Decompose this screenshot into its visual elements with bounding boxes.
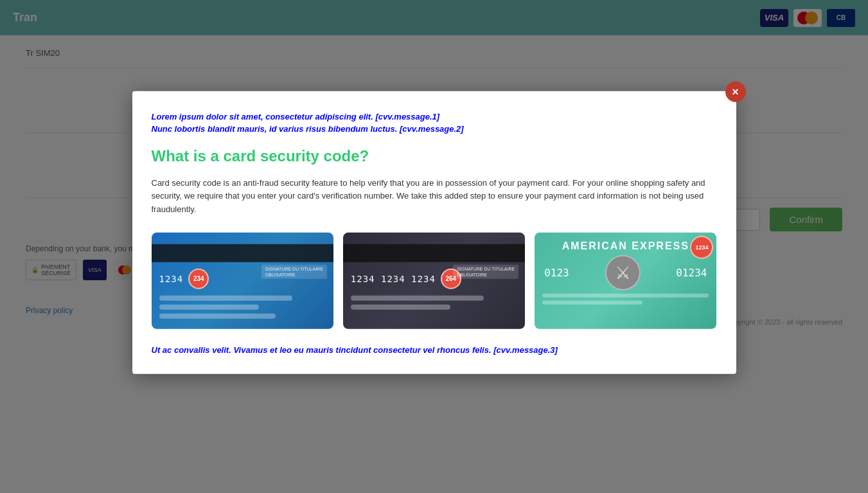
card-number-area-blue: 1234 234 SIGNATURE DU TITULAIREOBLIGATOI… [152, 262, 333, 289]
amex-number-left: 0123 [544, 267, 569, 279]
amex-brand-title: AMERICAN EXPRESS [535, 233, 716, 252]
card-illustration-blue: 1234 234 SIGNATURE DU TITULAIREOBLIGATOI… [152, 233, 333, 329]
signature-text-dark: SIGNATURE DU TITULAIREOBLIGATOIRE [457, 266, 515, 278]
card-number-blue: 1234 [159, 274, 184, 284]
amex-number-right: 01234 [676, 267, 707, 279]
cvv-info-modal: × Lorem ipsum dolor sit amet, consectetu… [132, 91, 736, 373]
amex-line-2 [542, 301, 642, 305]
amex-line-1 [542, 294, 709, 298]
card-illustration-amex: AMERICAN EXPRESS 0123 ⚔ 01234 1234 [535, 233, 716, 329]
alert-line-2: Nunc lobortis blandit mauris, id varius … [152, 123, 717, 136]
card-number-area-dark: 1234 1234 1234 264 SIGNATURE DU TITULAIR… [343, 262, 525, 289]
modal-bottom-note: Ut ac convallis velit. Vivamus et leo eu… [152, 345, 717, 355]
modal-alert-text: Lorem ipsum dolor sit amet, consectetur … [152, 110, 717, 135]
card-illustrations-row: 1234 234 SIGNATURE DU TITULAIREOBLIGATOI… [152, 233, 717, 329]
modal-title: What is a card security code? [152, 147, 717, 165]
card-magnetic-strip [152, 244, 333, 262]
modal-body-text: Card security code is an anti-fraud secu… [152, 176, 717, 216]
card-line-dark-2 [351, 305, 451, 310]
card-line-2 [159, 305, 260, 310]
signature-text-blue: SIGNATURE DU TITULAIREOBLIGATOIRE [265, 266, 323, 278]
card-number-dark: 1234 1234 1234 [351, 274, 436, 284]
card-lines-dark [343, 289, 525, 310]
card-line-dark-1 [351, 296, 484, 301]
modal-close-button[interactable]: × [725, 81, 746, 102]
card-line-3 [159, 314, 276, 319]
card-lines-blue [152, 289, 333, 319]
card-illustration-dark: 1234 1234 1234 264 SIGNATURE DU TITULAIR… [343, 233, 525, 329]
cvv-bubble-blue: 234 [188, 269, 209, 289]
signature-area-dark: SIGNATURE DU TITULAIREOBLIGATOIRE [453, 265, 518, 279]
card-magnetic-strip-dark [343, 244, 525, 262]
amex-logo-circle: ⚔ [605, 255, 641, 291]
amex-warrior-icon: ⚔ [615, 262, 631, 283]
amex-bottom-lines [535, 294, 716, 305]
signature-area-blue: SIGNATURE DU TITULAIREOBLIGATOIRE [261, 265, 327, 279]
card-line-1 [159, 296, 292, 301]
alert-line-1: Lorem ipsum dolor sit amet, consectetur … [152, 110, 717, 123]
amex-body: 0123 ⚔ 01234 [535, 252, 716, 294]
